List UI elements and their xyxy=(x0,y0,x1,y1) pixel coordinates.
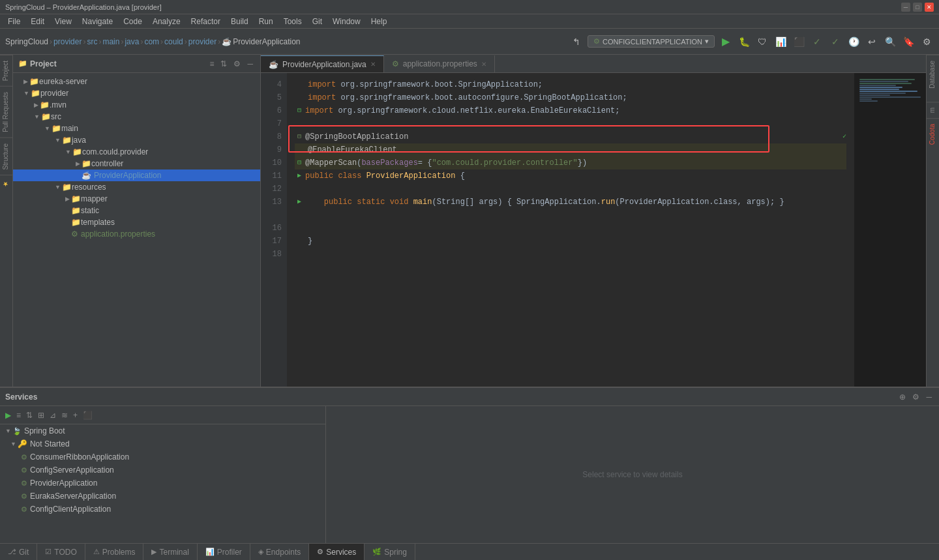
tab-todo[interactable]: ☑ TODO xyxy=(37,544,85,561)
checkmark2-button[interactable]: ✓ xyxy=(828,35,842,49)
tab-endpoints[interactable]: ◈ Endpoints xyxy=(250,544,309,561)
tree-item-resources[interactable]: ▼ 📁 resources xyxy=(13,181,260,193)
code-content[interactable]: import org.springframework.boot.SpringAp… xyxy=(287,73,854,387)
tree-item-application-properties[interactable]: ▶ ⚙ application.properties xyxy=(13,228,260,240)
tab-services[interactable]: ⚙ Services xyxy=(309,544,365,561)
menu-item-tools[interactable]: Tools xyxy=(278,14,307,29)
run-gutter-icon[interactable]: ▶ xyxy=(295,196,304,209)
vcs-button[interactable]: ↰ xyxy=(569,35,584,49)
history-button[interactable]: 🕐 xyxy=(846,35,861,49)
menu-item-code[interactable]: Code xyxy=(118,14,147,29)
services-minimize-button[interactable]: ─ xyxy=(924,391,934,403)
menu-item-file[interactable]: File xyxy=(3,14,25,29)
menu-item-window[interactable]: Window xyxy=(327,14,366,29)
breadcrumb-could[interactable]: could xyxy=(164,37,183,46)
maven-label[interactable]: m xyxy=(927,102,939,118)
menu-item-run[interactable]: Run xyxy=(254,14,278,29)
tab-problems[interactable]: ⚠ Problems xyxy=(85,544,144,561)
breadcrumb-provider[interactable]: provider xyxy=(53,37,82,46)
close-tab-button[interactable]: ✕ xyxy=(481,61,486,68)
sidebar-pullrequests-label[interactable]: Pull Requests xyxy=(0,86,12,138)
menu-item-refactor[interactable]: Refactor xyxy=(186,14,226,29)
project-minimize-button[interactable]: ─ xyxy=(245,58,255,70)
properties-icon: ⚙ xyxy=(71,229,78,239)
tab-profiler[interactable]: 📊 Profiler xyxy=(198,544,250,561)
tree-item-static[interactable]: ▶ 📁 static xyxy=(13,205,260,216)
services-expand-button[interactable]: ⇅ xyxy=(25,409,34,421)
tree-item-providerapp[interactable]: ▶ ☕ ProviderApplication xyxy=(13,169,260,181)
service-item-spring-boot[interactable]: ▼ 🍃 Spring Boot xyxy=(0,424,325,437)
tree-label: eureka-server xyxy=(39,77,87,86)
close-button[interactable]: ✕ xyxy=(925,3,934,12)
profile-button[interactable]: 📊 xyxy=(773,35,788,49)
menu-item-view[interactable]: View xyxy=(50,14,77,29)
tree-item-main[interactable]: ▼ 📁 main xyxy=(13,123,260,134)
tree-item-provider[interactable]: ▼ 📁 provider xyxy=(13,87,260,99)
database-label[interactable]: Database xyxy=(927,55,939,102)
sidebar-favorites-label[interactable]: ★ xyxy=(0,175,12,193)
services-settings-button[interactable]: ⚙ xyxy=(910,391,921,403)
tree-item-mvn[interactable]: ▶ 📁 .mvn xyxy=(13,99,260,111)
services-search-button[interactable]: ≋ xyxy=(60,409,69,421)
tree-item-src[interactable]: ▼ 📁 src xyxy=(13,111,260,123)
debug-button[interactable]: 🐛 xyxy=(737,35,751,49)
run-config-selector[interactable]: ⚙ CONFIGCLIENTAPPLICATION ▾ xyxy=(588,35,715,48)
tree-item-com-could-provider[interactable]: ▼ 📁 com.could.provider xyxy=(13,146,260,158)
tree-item-mapper[interactable]: ▶ 📁 mapper xyxy=(13,193,260,205)
menu-item-edit[interactable]: Edit xyxy=(25,14,50,29)
settings-button[interactable]: ⚙ xyxy=(919,35,934,49)
breadcrumb-main[interactable]: main xyxy=(102,37,119,46)
tree-item-controller[interactable]: ▶ 📁 controller xyxy=(13,158,260,169)
services-filter-button[interactable]: ⊿ xyxy=(48,409,57,421)
run-button[interactable]: ▶ xyxy=(719,35,733,49)
breadcrumb-class[interactable]: ProviderApplication xyxy=(233,37,300,46)
services-stop-button[interactable]: ⬛ xyxy=(82,409,94,421)
service-item-config-server[interactable]: ⚙ ConfigServerApplication xyxy=(0,464,325,477)
breadcrumb-springcloud[interactable]: SpringCloud xyxy=(5,37,48,46)
menu-item-help[interactable]: Help xyxy=(366,14,393,29)
menu-item-analyze[interactable]: Analyze xyxy=(147,14,186,29)
sidebar-structure-label[interactable]: Structure xyxy=(0,138,12,175)
coverage-button[interactable]: 🛡 xyxy=(755,35,769,49)
breadcrumb-java[interactable]: java xyxy=(125,37,139,46)
services-run-button[interactable]: ▶ xyxy=(4,409,12,421)
service-item-not-started[interactable]: ▼ 🔑 Not Started xyxy=(0,437,325,450)
tab-application-properties[interactable]: ⚙ application.properties ✕ xyxy=(384,55,495,72)
services-add-button[interactable]: ⊕ xyxy=(897,391,908,403)
stop-button[interactable]: ⬛ xyxy=(792,35,806,49)
project-settings-button[interactable]: ⚙ xyxy=(231,58,243,70)
tree-item-java[interactable]: ▼ 📁 java xyxy=(13,134,260,146)
breadcrumb-com[interactable]: com xyxy=(144,37,159,46)
tab-provider-application[interactable]: ☕ ProviderApplication.java ✕ xyxy=(261,55,384,72)
service-item-euraka-server[interactable]: ⚙ EurakaServerApplication xyxy=(0,490,325,503)
menu-item-build[interactable]: Build xyxy=(226,14,254,29)
checkmark1-button[interactable]: ✓ xyxy=(810,35,824,49)
minimize-button[interactable]: ─ xyxy=(901,3,910,12)
sidebar-project-label[interactable]: Project xyxy=(0,55,12,86)
run-gutter-icon[interactable]: ▶ xyxy=(295,169,304,183)
menu-item-navigate[interactable]: Navigate xyxy=(77,14,118,29)
tab-spring[interactable]: 🌿 Spring xyxy=(365,544,415,561)
breadcrumb-provider2[interactable]: provider xyxy=(188,37,216,46)
service-item-provider-app[interactable]: ⚙ ProviderApplication xyxy=(0,477,325,490)
codota-label[interactable]: Codota xyxy=(927,118,939,150)
service-item-consumer-ribbon[interactable]: ⚙ ConsumerRibbonApplication xyxy=(0,450,325,464)
menu-item-git[interactable]: Git xyxy=(307,14,327,29)
close-tab-button[interactable]: ✕ xyxy=(370,61,376,68)
services-collapse-button[interactable]: ≡ xyxy=(15,409,22,421)
maximize-button[interactable]: □ xyxy=(913,3,922,12)
revert-button[interactable]: ↩ xyxy=(865,35,879,49)
project-scroll-button[interactable]: ⇅ xyxy=(218,58,229,70)
tree-item-eureka-server[interactable]: ▶ 📁 eureka-server xyxy=(13,76,260,87)
service-item-config-client[interactable]: ⚙ ConfigClientApplication xyxy=(0,503,325,516)
services-add-service-button[interactable]: + xyxy=(72,409,79,421)
tab-terminal[interactable]: ▶ Terminal xyxy=(143,544,197,561)
tab-git[interactable]: ⎇ Git xyxy=(0,544,37,561)
run-gutter-icon[interactable]: ⊟ xyxy=(295,130,304,143)
breadcrumb-src[interactable]: src xyxy=(87,37,97,46)
services-group-button[interactable]: ⊞ xyxy=(37,409,46,421)
bookmark-button[interactable]: 🔖 xyxy=(901,35,916,49)
tree-item-templates[interactable]: ▶ 📁 templates xyxy=(13,216,260,228)
project-collapse-all-button[interactable]: ≡ xyxy=(207,58,216,70)
search-button[interactable]: 🔍 xyxy=(883,35,897,49)
